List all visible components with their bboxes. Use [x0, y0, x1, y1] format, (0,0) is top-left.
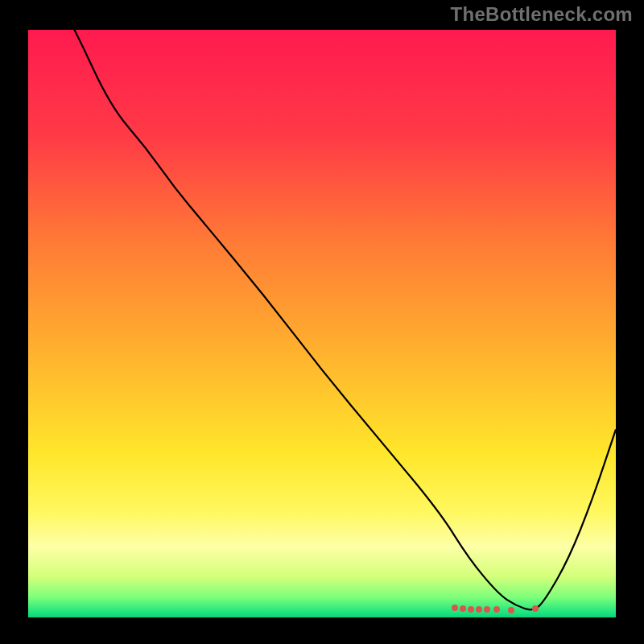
- optimal-dot: [484, 606, 490, 613]
- chart-container: TheBottleneck.com: [0, 0, 644, 644]
- optimal-dot: [452, 605, 458, 611]
- watermark-text: TheBottleneck.com: [451, 3, 633, 26]
- optimal-dot: [460, 605, 466, 612]
- optimal-dot: [493, 606, 500, 613]
- optimal-dot: [476, 606, 482, 613]
- optimal-dot: [468, 606, 474, 613]
- plot-area: [28, 30, 616, 617]
- bottleneck-curve: [28, 30, 616, 617]
- optimal-dot: [508, 607, 514, 613]
- optimal-dot: [532, 605, 539, 612]
